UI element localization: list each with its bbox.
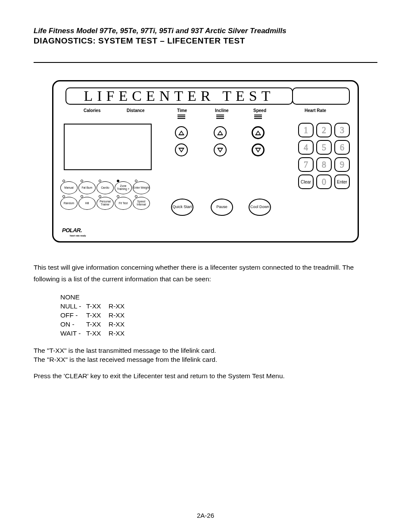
cool-down-button[interactable]: Cool Down (249, 199, 271, 216)
label-distance: Distance (127, 108, 145, 113)
prog-speedinterval[interactable]: Speed Interval (133, 197, 150, 210)
header-rule (34, 62, 377, 63)
incline-up-button[interactable] (214, 126, 227, 139)
intro-line2: following is a list of the current infor… (34, 275, 377, 284)
label-speed: Speed (253, 108, 266, 113)
press-clear: Press the 'CLEAR' key to exit the Lifece… (34, 372, 377, 380)
prog-enterweight[interactable]: Enter Weight (133, 181, 150, 194)
explain-rxx: The "R-XX" is the last received message … (34, 355, 377, 364)
time-down-button[interactable] (175, 143, 188, 156)
info-table: NONE NULL -T-XXR-XX OFF -T-XXR-XX ON -T-… (59, 292, 128, 339)
program-buttons: Manual Fat Burn Cardio Zone Training + E… (60, 181, 150, 212)
table-row: NONE (60, 293, 127, 302)
arrow-down-icon (255, 148, 261, 152)
keypad-8[interactable]: 8 (316, 157, 332, 172)
keypad-7[interactable]: 7 (298, 157, 314, 172)
speed-down-button[interactable] (252, 143, 265, 156)
segment-bars-time (177, 114, 185, 120)
prog-random[interactable]: Random (60, 197, 78, 210)
segment-bars-speed (254, 114, 262, 120)
table-row: OFF -T-XXR-XX (60, 311, 127, 320)
numeric-keypad: 1 2 3 4 5 6 7 8 9 Clear 0 Enter (298, 123, 350, 192)
arrow-up-icon (217, 131, 223, 135)
prog-zonetraining[interactable]: Zone Training + (115, 181, 132, 194)
label-calories: Calories (84, 108, 100, 113)
prog-fittest[interactable]: Fit Test (115, 197, 132, 210)
prog-manual[interactable]: Manual (60, 181, 78, 194)
label-time: Time (177, 108, 187, 113)
keypad-9[interactable]: 9 (334, 157, 350, 172)
intro-line1: This test will give information concerni… (34, 263, 377, 272)
keypad-2[interactable]: 2 (316, 123, 332, 137)
arrow-down-icon (178, 148, 184, 152)
explain-txx: The "T-XX" is the last transmitted messa… (34, 346, 377, 355)
keypad-enter[interactable]: Enter (334, 174, 350, 189)
table-row: NULL -T-XXR-XX (60, 302, 127, 311)
keypad-3[interactable]: 3 (334, 123, 350, 137)
speed-up-button[interactable] (252, 126, 265, 139)
prog-personaltrainer[interactable]: Personal Trainer (97, 197, 114, 210)
keypad-1[interactable]: 1 (298, 123, 314, 137)
segment-bars-incline (216, 114, 224, 120)
pause-button[interactable]: Pause (211, 199, 233, 216)
keypad-6[interactable]: 6 (334, 140, 350, 155)
quick-start-button[interactable]: Quick Start (171, 199, 193, 216)
top-right-box (292, 87, 350, 105)
time-up-button[interactable] (175, 126, 188, 139)
header-subtitle: Life Fitness Model 97Te, 95Te, 97Ti, 95T… (34, 27, 377, 35)
arrow-down-icon (217, 148, 223, 152)
keypad-0[interactable]: 0 (316, 174, 332, 189)
lcd-display: LIFECENTER TEST (65, 87, 293, 105)
table-row: ON -T-XXR-XX (60, 320, 127, 329)
label-incline: Incline (215, 108, 229, 113)
polar-logo: POLAR. (62, 227, 82, 233)
polar-subtext: heart rate ready (70, 234, 86, 237)
keypad-5[interactable]: 5 (316, 140, 332, 155)
console-panel: LIFECENTER TEST Calories Distance Time I… (52, 80, 359, 243)
table-row: WAIT -T-XXR-XX (60, 330, 127, 338)
arrow-up-icon (178, 131, 184, 135)
prog-hill[interactable]: Hill (78, 197, 96, 210)
display-box (64, 124, 152, 170)
header-title: DIAGNOSTICS: SYSTEM TEST – LIFECENTER TE… (34, 36, 377, 46)
keypad-4[interactable]: 4 (298, 140, 314, 155)
page-number: 2A-26 (0, 512, 411, 519)
keypad-clear[interactable]: Clear (298, 174, 314, 189)
label-heartrate: Heart Rate (305, 108, 326, 113)
prog-fatburn[interactable]: Fat Burn (78, 181, 96, 194)
incline-down-button[interactable] (214, 143, 227, 156)
prog-cardio[interactable]: Cardio (97, 181, 114, 194)
arrow-up-icon (255, 131, 261, 135)
